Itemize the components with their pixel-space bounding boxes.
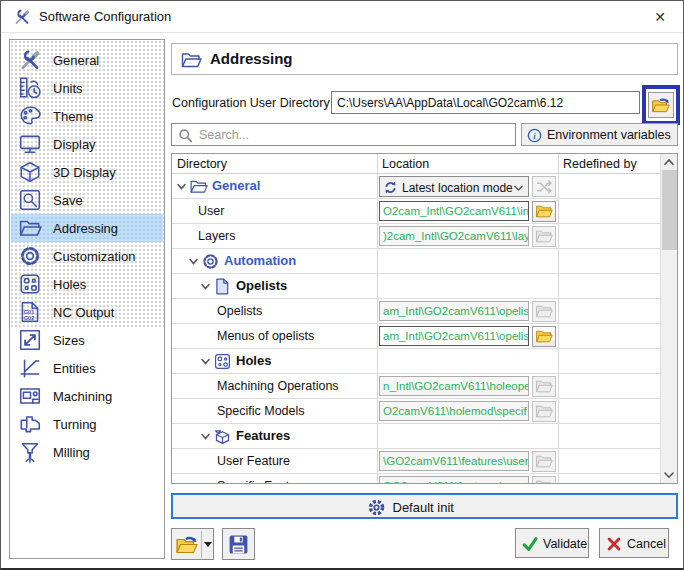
location-path-input[interactable]: am_Intl\GO2camV611\opelist xyxy=(379,326,529,346)
sidebar-item-3d-display[interactable]: 3D Display xyxy=(11,158,163,186)
location-path-input[interactable]: O2camV611\holemod\specif xyxy=(379,401,529,421)
directory-cell: User Feature xyxy=(172,449,377,474)
close-icon[interactable]: ✕ xyxy=(649,7,671,27)
sidebar-item-label: Units xyxy=(53,81,83,96)
sidebar-item-label: Milling xyxy=(53,445,90,460)
directory-cell: General xyxy=(172,174,377,199)
config-user-directory-input[interactable] xyxy=(331,91,640,114)
open-folder-icon xyxy=(175,533,199,556)
open-configuration-split-button[interactable] xyxy=(171,528,214,560)
scroll-up-icon[interactable] xyxy=(663,157,675,167)
sidebar-item-label: Machining xyxy=(53,389,112,404)
table-row-specific-feature: Specific FeatureGO2camV611\features\spec… xyxy=(172,474,661,484)
shuffle-icon xyxy=(536,180,553,194)
scroll-down-icon[interactable] xyxy=(663,470,675,480)
save-configuration-button[interactable] xyxy=(222,528,255,560)
location-path-input[interactable]: \GO2camV611\features\user xyxy=(379,451,529,471)
sidebar-item-label: General xyxy=(53,53,99,68)
column-redefined-by: Redefined by xyxy=(563,157,637,171)
location-path-input[interactable]: O2cam_Intl\GO2camV611\ini xyxy=(379,201,529,221)
folder-icon xyxy=(18,216,42,240)
sidebar-item-nc-output[interactable]: G01G02NC Output xyxy=(11,298,163,326)
folder-icon xyxy=(535,229,553,244)
sidebar-item-display[interactable]: Display xyxy=(11,130,163,158)
window-title: Software Configuration xyxy=(39,9,171,24)
default-init-button[interactable]: Default init xyxy=(171,493,678,519)
cancel-button[interactable]: Cancel xyxy=(599,528,669,558)
directory-label: Automation xyxy=(224,253,296,268)
scrollbar-thumb[interactable] xyxy=(662,170,677,250)
environment-variables-button[interactable]: i Environment variables xyxy=(521,123,678,146)
default-init-label: Default init xyxy=(393,500,454,515)
location-path-input[interactable]: )2cam_Intl\GO2camV611\lay xyxy=(379,226,529,246)
table-row-machining-operations: Machining Operationsn_Intl\GO2camV611\ho… xyxy=(172,374,661,399)
tree-chevron-icon[interactable] xyxy=(200,431,211,442)
dropdown-arrow-icon[interactable] xyxy=(204,542,212,547)
directory-cell: Automation xyxy=(172,249,377,274)
sidebar-item-label: Sizes xyxy=(53,333,85,348)
sidebar-item-theme[interactable]: Theme xyxy=(11,102,163,130)
table-row-specific-models: Specific ModelsO2camV611\holemod\specif xyxy=(172,399,661,424)
sidebar-item-customization[interactable]: Customization xyxy=(11,242,163,270)
folder-icon xyxy=(535,204,553,219)
location-cell: O2cam_Intl\GO2camV611\ini xyxy=(377,199,558,224)
folder-icon xyxy=(535,379,553,394)
tree-chevron-icon[interactable] xyxy=(188,256,199,267)
browse-location-button xyxy=(532,301,556,322)
sidebar-item-sizes[interactable]: Sizes xyxy=(11,326,163,354)
tools-icon xyxy=(13,8,31,26)
sidebar-item-general[interactable]: General xyxy=(11,46,163,74)
location-cell: \GO2camV611\features\user xyxy=(377,449,558,474)
location-path-input[interactable]: GO2camV611\features\specif xyxy=(379,476,529,484)
sidebar-item-entities[interactable]: Entities xyxy=(11,354,163,382)
sidebar-item-turning[interactable]: Turning xyxy=(11,410,163,438)
sidebar-item-units[interactable]: Units xyxy=(11,74,163,102)
cube-icon xyxy=(18,160,42,184)
sidebar-item-label: Theme xyxy=(53,109,93,124)
sidebar-item-machining[interactable]: Machining xyxy=(11,382,163,410)
tree-chevron-icon[interactable] xyxy=(200,281,211,292)
vertical-scrollbar[interactable] xyxy=(660,154,677,483)
directory-label: Layers xyxy=(198,229,236,243)
tree-chevron-icon[interactable] xyxy=(200,356,211,367)
directory-cell: Machining Operations xyxy=(172,374,377,399)
browse-location-button xyxy=(532,476,556,484)
location-path-input[interactable]: am_Intl\GO2camV611\opelist xyxy=(379,301,529,321)
browse-location-button xyxy=(532,451,556,472)
sidebar-item-milling[interactable]: Milling xyxy=(11,438,163,466)
column-location: Location xyxy=(382,157,429,171)
folder-icon xyxy=(535,304,553,319)
search-input[interactable] xyxy=(199,125,509,144)
table-row-layers: Layers)2cam_Intl\GO2camV611\lay xyxy=(172,224,661,249)
location-cell: O2camV611\holemod\specif xyxy=(377,399,558,424)
software-configuration-dialog: Software Configuration ✕ GeneralUnitsThe… xyxy=(0,0,684,570)
browse-location-button[interactable] xyxy=(532,201,556,222)
save-icon xyxy=(18,188,42,212)
svg-text:i: i xyxy=(533,131,536,141)
search-icon xyxy=(178,128,193,143)
sidebar-item-label: Holes xyxy=(53,277,86,292)
validate-label: Validate xyxy=(543,537,587,551)
table-row-menus-of-opelists: Menus of opelistsam_Intl\GO2camV611\opel… xyxy=(172,324,661,349)
browse-location-button[interactable] xyxy=(532,326,556,347)
floppy-icon xyxy=(227,533,250,556)
split-divider xyxy=(201,531,202,558)
location-path-input[interactable]: n_Intl\GO2camV611\holeope xyxy=(379,376,529,396)
directory-label: Opelists xyxy=(217,304,262,318)
sidebar-item-addressing[interactable]: Addressing xyxy=(11,214,163,242)
table-row-holes: Holes xyxy=(172,349,661,374)
svg-text:G02: G02 xyxy=(24,315,35,321)
tree-chevron-icon[interactable] xyxy=(176,181,187,192)
sidebar-item-save[interactable]: Save xyxy=(11,186,163,214)
validate-button[interactable]: Validate xyxy=(515,528,589,558)
sizes-icon xyxy=(18,328,42,352)
location-cell: n_Intl\GO2camV611\holeope xyxy=(377,374,558,399)
config-user-directory-label: Configuration User Directory xyxy=(172,96,330,110)
table-row-automation: Automation xyxy=(172,249,661,274)
location-mode-dropdown[interactable]: Latest location mode xyxy=(379,176,529,197)
directory-label: User xyxy=(198,204,224,218)
directory-cell: Specific Feature xyxy=(172,474,377,484)
directory-label: Specific Feature xyxy=(217,479,307,484)
browse-config-directory-button[interactable] xyxy=(648,92,674,118)
sidebar-item-holes[interactable]: Holes xyxy=(11,270,163,298)
